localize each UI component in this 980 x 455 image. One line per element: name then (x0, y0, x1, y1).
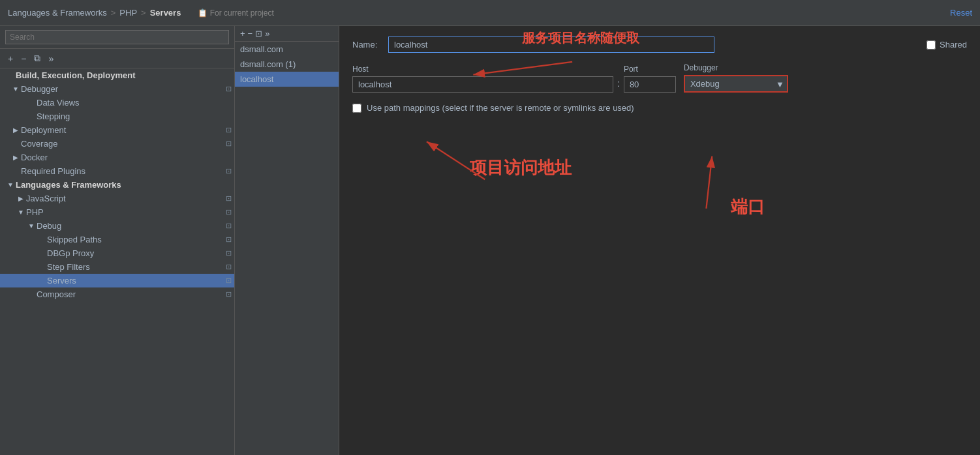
dsmall1-label: dsmall.com (1) (240, 59, 296, 69)
copy-dbgp-icon: ⊡ (226, 249, 232, 257)
tree: Build, Execution, Deployment ▼ Debugger … (0, 68, 234, 301)
arrow-docker-icon: ▶ (10, 154, 21, 161)
sidebar-item-lf[interactable]: ▼ Languages & Frameworks (0, 178, 234, 192)
copy-plugins-icon: ⊡ (226, 167, 232, 175)
debugger-select-container: Xdebug Zend Debugger ▼ (684, 75, 788, 93)
copy-icon[interactable]: ⧉ (31, 51, 43, 65)
server-list-item-dsmall[interactable]: dsmall.com (235, 42, 339, 57)
copy-small-icon: ⊡ (226, 85, 232, 93)
dsmall-label: dsmall.com (240, 44, 283, 54)
reset-button[interactable]: Reset (950, 8, 972, 18)
skipped-paths-label: Skipped Paths (47, 235, 226, 244)
more-icon[interactable]: » (46, 52, 56, 65)
sidebar-item-step-filters[interactable]: Step Filters ⊡ (0, 260, 234, 274)
arrow-deployment-icon: ▶ (10, 126, 21, 134)
search-input[interactable] (5, 30, 229, 44)
svg-line-3 (706, 156, 712, 209)
copy-debug-icon: ⊡ (226, 222, 232, 230)
svg-line-2 (427, 141, 485, 179)
server-list-item-localhost[interactable]: localhost (235, 72, 339, 87)
coverage-label: Coverage (21, 139, 226, 149)
server-list-item-dsmall1[interactable]: dsmall.com (1) (235, 57, 339, 72)
copy-deploy-icon: ⊡ (226, 126, 232, 134)
sidebar-item-coverage[interactable]: Coverage ⊡ (0, 137, 234, 151)
add-icon[interactable]: + (5, 52, 16, 65)
stepping-label: Stepping (37, 111, 234, 121)
debug-label: Debug (37, 221, 226, 231)
sidebar-item-php[interactable]: ▼ PHP ⊡ (0, 205, 234, 219)
sidebar: + − ⧉ » Build, Execution, Deployment ▼ D… (0, 26, 235, 455)
server-more-icon[interactable]: » (265, 29, 269, 38)
sidebar-item-debugger[interactable]: ▼ Debugger ⊡ (0, 82, 234, 96)
shared-checkbox[interactable] (926, 40, 936, 50)
debugger-select[interactable]: Xdebug Zend Debugger (684, 75, 788, 93)
debugger-label: Debugger (21, 84, 226, 94)
sidebar-item-dbgp[interactable]: DBGp Proxy ⊡ (0, 246, 234, 260)
host-group: Host (352, 65, 613, 93)
build-header-label: Build, Execution, Deployment (16, 70, 234, 80)
copy-coverage-icon: ⊡ (226, 139, 232, 148)
sidebar-item-data-views[interactable]: Data Views (0, 96, 234, 110)
copy-js-icon: ⊡ (226, 194, 232, 203)
breadcrumb-servers: Servers (150, 8, 181, 18)
debugger-label: Debugger (684, 63, 788, 72)
copy-skipped-icon: ⊡ (226, 235, 232, 244)
dbgp-label: DBGp Proxy (47, 248, 226, 258)
shared-label: Shared (940, 40, 967, 50)
arrow-js-icon: ▶ (16, 195, 26, 202)
sidebar-item-skipped-paths[interactable]: Skipped Paths ⊡ (0, 233, 234, 246)
port-input[interactable] (624, 76, 676, 93)
host-label: Host (352, 65, 613, 74)
server-list-toolbar: + − ⊡ » (235, 26, 339, 42)
anno-host-text: 项目访问地址 (470, 156, 572, 179)
sidebar-item-build-header[interactable]: Build, Execution, Deployment (0, 68, 234, 82)
sidebar-item-composer[interactable]: Composer ⊡ (0, 287, 234, 301)
copy-composer-icon: ⊡ (226, 290, 232, 299)
server-list-panel: + − ⊡ » dsmall.com dsmall.com (1) localh… (235, 26, 339, 455)
copy-php-icon: ⊡ (226, 208, 232, 216)
sidebar-toolbar: + − ⧉ » (0, 49, 234, 68)
name-row: Name: Shared (352, 37, 967, 53)
composer-label: Composer (37, 289, 226, 299)
breadcrumb: Languages & Frameworks > PHP > Servers 📋… (8, 8, 950, 18)
remove-icon[interactable]: − (18, 52, 29, 65)
server-add-icon[interactable]: + (240, 29, 245, 38)
arrow-debugger-icon: ▼ (10, 85, 21, 93)
colon-separator: : (613, 78, 624, 93)
servers-label: Servers (47, 276, 226, 286)
arrow-lf-icon: ▼ (5, 181, 16, 188)
config-panel: Name: Shared Host : Port (339, 26, 980, 455)
sidebar-item-deployment[interactable]: ▶ Deployment ⊡ (0, 123, 234, 137)
name-input[interactable] (388, 37, 714, 53)
sidebar-item-required-plugins[interactable]: Required Plugins ⊡ (0, 164, 234, 178)
fields-row: Host : Port Debugger Xdebug Zend Debugge… (352, 63, 967, 93)
sep2: > (141, 8, 146, 18)
arrow-php-icon: ▼ (16, 209, 26, 216)
sidebar-item-javascript[interactable]: ▶ JavaScript ⊡ (0, 192, 234, 205)
step-filters-label: Step Filters (47, 262, 226, 272)
arrow-debug-icon: ▼ (26, 222, 37, 229)
javascript-label: JavaScript (26, 194, 226, 203)
host-input[interactable] (352, 76, 613, 93)
shared-row: Shared (926, 40, 967, 50)
path-mappings-checkbox[interactable] (352, 104, 361, 113)
sidebar-item-servers[interactable]: Servers ⊡ (0, 274, 234, 287)
path-mappings-row: Use path mappings (select if the server … (352, 103, 967, 113)
sidebar-item-debug[interactable]: ▼ Debug ⊡ (0, 219, 234, 233)
port-group: Port (624, 65, 676, 93)
copy-step-filters-icon: ⊡ (226, 263, 232, 271)
sidebar-item-stepping[interactable]: Stepping (0, 110, 234, 123)
main-content: + − ⧉ » Build, Execution, Deployment ▼ D… (0, 26, 980, 455)
sidebar-item-docker[interactable]: ▶ Docker (0, 151, 234, 164)
port-label: Port (624, 65, 676, 74)
right-area: + − ⊡ » dsmall.com dsmall.com (1) localh… (235, 26, 980, 455)
server-remove-icon[interactable]: − (248, 29, 253, 38)
copy-servers-icon: ⊡ (226, 276, 232, 285)
sidebar-search-area (0, 26, 234, 49)
breadcrumb-lf: Languages & Frameworks (8, 8, 107, 18)
server-copy-icon[interactable]: ⊡ (255, 29, 262, 38)
debugger-group: Debugger Xdebug Zend Debugger ▼ (684, 63, 788, 93)
breadcrumb-php: PHP (119, 8, 137, 18)
data-views-label: Data Views (37, 98, 234, 108)
anno-port-text: 端口 (731, 196, 765, 218)
